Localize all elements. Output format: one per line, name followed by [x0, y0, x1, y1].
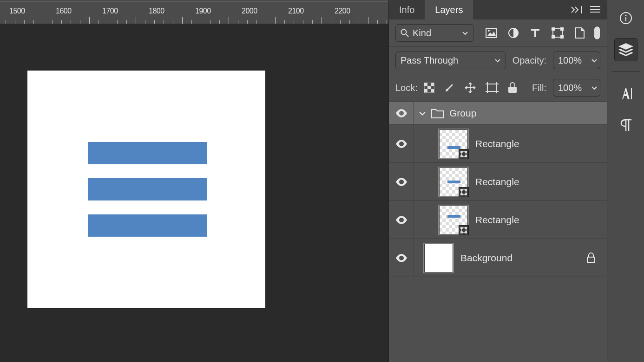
search-icon [401, 29, 409, 37]
character-panel-icon[interactable] [614, 82, 637, 105]
ruler-top[interactable]: 0015001600170018001900200021002200 [0, 0, 388, 24]
svg-rect-23 [460, 155, 462, 157]
svg-rect-24 [465, 155, 467, 157]
artboard[interactable] [27, 71, 265, 308]
kind-filter-label: Kind [413, 28, 431, 39]
svg-rect-10 [552, 36, 554, 39]
lock-brush-icon[interactable] [444, 82, 455, 93]
svg-rect-29 [465, 194, 467, 195]
blend-row: Pass Through Opacity: 100% [389, 47, 607, 74]
svg-rect-21 [460, 151, 462, 153]
visibility-icon[interactable] [395, 140, 407, 148]
svg-rect-17 [431, 89, 434, 92]
svg-rect-16 [424, 89, 427, 92]
visibility-icon[interactable] [395, 178, 407, 186]
svg-rect-1 [590, 9, 600, 10]
kind-filter[interactable]: Kind [395, 24, 473, 42]
svg-rect-34 [465, 232, 467, 233]
lock-row: Lock: Fill: 100% [389, 74, 607, 102]
paragraph-panel-icon[interactable] [614, 114, 637, 137]
layer-thumbnail[interactable] [439, 206, 468, 234]
visibility-icon[interactable] [395, 216, 407, 224]
ruler-label: 2000 [242, 7, 257, 15]
layer-name: Rectangle [475, 176, 519, 187]
svg-rect-13 [424, 83, 427, 86]
filter-toggle[interactable] [594, 26, 600, 40]
lock-artboard-icon[interactable] [486, 82, 499, 93]
layer-name: Rectangle [475, 138, 519, 149]
panel-menu-icon[interactable] [590, 6, 600, 13]
info-panel-icon[interactable] [614, 6, 637, 30]
fill-label: Fill: [532, 83, 546, 93]
layers-list[interactable]: Group Rectangle [389, 102, 607, 362]
layer-name: Group [449, 108, 476, 119]
chevron-down-icon [462, 30, 468, 36]
filter-shape-icon[interactable] [552, 27, 564, 39]
svg-rect-8 [552, 27, 554, 30]
ruler-label: 1900 [195, 7, 211, 15]
svg-rect-28 [460, 194, 462, 195]
chevron-down-icon[interactable] [419, 110, 426, 117]
svg-rect-26 [460, 189, 462, 191]
lock-transparency-icon[interactable] [424, 83, 434, 93]
layers-panel: Info Layers Ki [388, 0, 607, 362]
visibility-icon[interactable] [395, 254, 407, 262]
svg-rect-19 [508, 87, 517, 93]
svg-rect-2 [590, 12, 600, 13]
tab-info[interactable]: Info [389, 0, 425, 19]
layer-thumbnail[interactable] [424, 244, 453, 272]
tab-layers[interactable]: Layers [425, 0, 473, 19]
blend-mode-value: Pass Through [401, 55, 458, 66]
ruler-label: 1600 [56, 7, 72, 15]
svg-rect-27 [465, 189, 467, 191]
lock-icon[interactable] [586, 252, 596, 264]
lock-position-icon[interactable] [464, 82, 476, 94]
opacity-label: Opacity: [513, 55, 546, 66]
filter-smartobject-icon[interactable] [575, 27, 585, 39]
ruler-label: 2200 [335, 7, 350, 15]
layer-group[interactable]: Group [389, 102, 607, 125]
layer-thumbnail[interactable] [439, 129, 468, 158]
ruler-label: 2100 [288, 7, 304, 15]
svg-point-3 [401, 30, 407, 35]
layer-thumbnail[interactable] [439, 168, 468, 196]
folder-icon [431, 108, 445, 119]
svg-rect-38 [631, 88, 632, 99]
canvas-area[interactable]: 0015001600170018001900200021002200 [0, 0, 388, 362]
layer-name: Rectangle [475, 214, 519, 226]
filter-image-icon[interactable] [486, 28, 497, 38]
chevron-down-icon [494, 57, 501, 64]
svg-rect-15 [427, 86, 431, 89]
svg-rect-0 [590, 6, 600, 7]
svg-point-5 [488, 30, 490, 32]
svg-rect-14 [431, 83, 434, 86]
svg-rect-9 [561, 27, 564, 30]
visibility-icon[interactable] [395, 109, 407, 117]
shape-rectangle[interactable] [88, 178, 207, 200]
layers-panel-icon[interactable] [614, 38, 637, 61]
svg-rect-4 [486, 28, 496, 38]
filter-adjustment-icon[interactable] [508, 27, 519, 39]
opacity-field[interactable]: 100% [553, 52, 600, 69]
blend-mode-select[interactable]: Pass Through [395, 52, 506, 69]
lock-all-icon[interactable] [508, 82, 517, 93]
filter-text-icon[interactable] [530, 28, 540, 38]
ruler-label: 1700 [102, 7, 118, 15]
layer-row[interactable]: Rectangle [389, 163, 607, 201]
ruler-label: 1800 [149, 7, 164, 15]
ruler-label: 1500 [9, 7, 25, 15]
lock-label: Lock: [395, 83, 418, 93]
collapse-right-icon[interactable] [571, 6, 584, 13]
layer-row[interactable]: Background [389, 239, 607, 277]
svg-rect-32 [465, 227, 467, 229]
icon-rail [607, 0, 644, 362]
svg-point-37 [625, 15, 626, 16]
opacity-value: 100% [558, 55, 582, 66]
svg-rect-35 [587, 257, 595, 263]
fill-field[interactable]: 100% [553, 79, 600, 97]
layer-row[interactable]: Rectangle [389, 201, 607, 239]
shape-rectangle[interactable] [88, 214, 207, 237]
filter-row: Kind [389, 19, 607, 47]
shape-rectangle[interactable] [88, 142, 207, 164]
layer-row[interactable]: Rectangle [389, 125, 607, 163]
